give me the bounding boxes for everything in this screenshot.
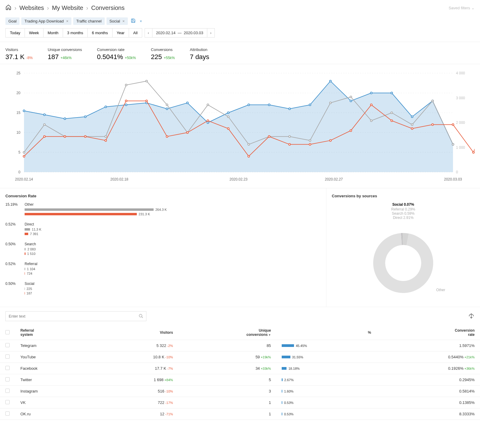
column-header[interactable]: Referralsystem <box>15 325 93 340</box>
column-header[interactable]: Conversionrate <box>376 325 480 340</box>
panel-title: Conversions by sources <box>332 194 475 198</box>
cr-percent: 15.19% <box>5 202 20 217</box>
svg-point-50 <box>227 116 229 118</box>
metrics-row: Visitors 37.1 K -8%Unique conversions 18… <box>0 42 480 64</box>
svg-point-79 <box>370 104 372 106</box>
checkbox[interactable] <box>5 330 10 334</box>
svg-point-47 <box>166 104 168 106</box>
svg-point-23 <box>125 104 127 106</box>
svg-point-78 <box>350 130 352 131</box>
breadcrumb-item[interactable]: Conversions <box>91 4 124 11</box>
cr-bar-gray <box>25 248 26 250</box>
unique-conv-cell: 1 <box>178 408 277 420</box>
svg-point-70 <box>187 132 188 133</box>
pct-value: 0.53% <box>284 401 293 405</box>
search-icon[interactable] <box>139 314 143 319</box>
close-icon[interactable]: × <box>66 19 69 23</box>
table-row[interactable]: OK.ru 12 -71% 1 0.53% 8.3333% <box>0 408 480 420</box>
date-preset-button[interactable]: Month <box>43 28 63 37</box>
breadcrumb-item[interactable]: Websites <box>20 4 44 11</box>
referral-name: Twitter <box>15 374 93 386</box>
svg-point-57 <box>370 120 372 121</box>
date-preset-button[interactable]: Year <box>112 28 129 37</box>
pct-value: 0.53% <box>284 412 293 416</box>
svg-point-64 <box>64 136 66 137</box>
svg-point-51 <box>248 144 250 145</box>
filter-value-chip[interactable]: Trading App Download× <box>21 17 71 25</box>
date-preset-button[interactable]: Today <box>5 28 25 37</box>
download-icon[interactable] <box>468 312 475 320</box>
search-input[interactable] <box>5 311 146 321</box>
date-preset-button[interactable]: 3 months <box>63 28 88 37</box>
table-row[interactable]: Twitter 1 698 +84% 5 2.67% 0.2945% <box>0 374 480 386</box>
delta: +21k% <box>464 355 475 359</box>
home-icon[interactable] <box>5 4 11 12</box>
cr-value: 11.3 K <box>32 228 41 231</box>
pct-bar <box>282 356 290 358</box>
svg-point-68 <box>146 100 148 102</box>
date-range-picker[interactable]: ‹ 2020.02.14 — 2020.03.03 › <box>145 28 215 37</box>
date-preset-button[interactable]: 6 months <box>87 28 112 37</box>
conversion-rate-cell: 0.2945% <box>376 374 480 386</box>
cr-value: 264.3 K <box>155 208 167 211</box>
conversion-rate-row: 0.50% Search 2 083 1 510 <box>5 242 321 256</box>
unique-conv-cell: 3 <box>178 386 277 397</box>
conversion-rate-cell: 1.5971% <box>376 340 480 351</box>
chevron-down-icon: ⌄ <box>471 6 475 10</box>
filter-value-chip[interactable]: Social× <box>106 17 128 25</box>
close-icon[interactable]: × <box>122 19 125 23</box>
checkbox[interactable] <box>5 389 10 393</box>
checkbox[interactable] <box>5 354 10 359</box>
date-preset-button[interactable]: Week <box>25 28 44 37</box>
unique-conv-cell: 34 +33k% <box>178 363 277 374</box>
svg-point-27 <box>207 122 209 124</box>
svg-text:0: 0 <box>18 170 20 174</box>
filter-key: Goal <box>8 19 16 23</box>
column-header[interactable]: % <box>276 325 376 340</box>
date-prev-button[interactable]: ‹ <box>145 28 152 37</box>
filter-chip[interactable]: Goal <box>5 17 20 25</box>
filter-chip[interactable]: Traffic channel <box>73 17 105 25</box>
metric-delta: +55k% <box>164 56 175 60</box>
unique-conv-cell: 5 <box>178 374 277 386</box>
checkbox[interactable] <box>5 400 10 404</box>
checkbox[interactable] <box>5 343 10 347</box>
table-row[interactable]: Telegram 5 322 -2% 85 45.45% 1.5971% <box>0 340 480 351</box>
svg-point-49 <box>207 104 209 106</box>
date-range-text[interactable]: 2020.02.14 — 2020.03.03 <box>152 28 207 37</box>
cr-value: 7 391 <box>30 232 38 236</box>
referral-name: YouTube <box>15 351 93 363</box>
checkbox[interactable] <box>5 377 10 381</box>
saved-filters-button[interactable]: Saved filters ⌄ <box>448 6 475 10</box>
breadcrumb-item[interactable]: My Website <box>52 4 83 11</box>
svg-point-82 <box>432 124 434 126</box>
clear-filters-icon[interactable]: × <box>139 18 143 25</box>
filter-value: Trading App Download <box>24 19 64 23</box>
conversion-rate-row: 0.52% Referral 1 104 724 <box>5 262 321 276</box>
breadcrumb: › Websites › My Website › Conversions <box>5 4 124 12</box>
save-filter-icon[interactable] <box>130 17 137 25</box>
svg-text:2020.02.14: 2020.02.14 <box>15 177 33 181</box>
date-preset-button[interactable]: All <box>129 28 142 37</box>
table-row[interactable]: VK 722 -17% 1 0.53% 0.1385% <box>0 397 480 408</box>
column-header[interactable]: Visitors <box>93 325 178 340</box>
sort-desc-icon: ▼ <box>268 333 271 336</box>
conversion-rate-row: 15.19% Other 264.3 K 231.3 K <box>5 202 321 217</box>
cr-bar-orange <box>25 252 26 255</box>
table-row[interactable]: Instagram 516 -10% 3 1.60% 0.5814% <box>0 386 480 397</box>
table-row[interactable]: Facebook 17.7 K -7% 34 +33k% 18.18% 0.19… <box>0 363 480 374</box>
cr-bar-gray <box>25 208 154 211</box>
table-row[interactable]: YouTube 10.8 K -10% 59 +19k% 31.55% 0.54… <box>0 351 480 363</box>
column-header[interactable]: Uniqueconversions▼ <box>178 325 277 340</box>
date-next-button[interactable]: › <box>207 28 214 37</box>
svg-text:25: 25 <box>16 71 21 75</box>
metric-label: Attribution <box>190 47 209 52</box>
svg-point-25 <box>166 108 168 110</box>
conversions-by-sources-panel: Conversions by sources Social 0.07% Refe… <box>326 188 480 307</box>
checkbox[interactable] <box>5 411 10 416</box>
unique-conv-cell: 1 <box>178 397 277 408</box>
svg-point-32 <box>309 104 311 106</box>
conversion-rate-panel: Conversion Rate 15.19% Other 264.3 K 231… <box>0 188 326 307</box>
checkbox[interactable] <box>5 366 10 370</box>
filter-value: Social <box>110 19 120 23</box>
